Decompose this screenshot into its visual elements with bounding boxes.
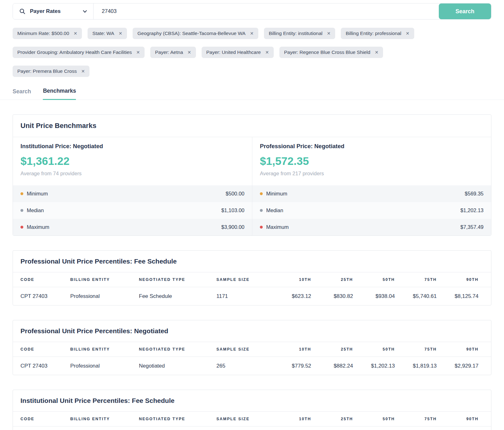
search-button[interactable]: Search: [439, 3, 491, 19]
header-cell: SAMPLE SIZE: [216, 347, 269, 352]
header-cell: 25TH: [311, 347, 353, 352]
header-cell: 10TH: [269, 347, 311, 352]
header-cell: 50TH: [353, 347, 395, 352]
filter-chip-label: Payer: Aetna: [155, 49, 183, 55]
header-cell: 90TH: [437, 417, 478, 421]
filter-chip-minimum-rate[interactable]: Minimum Rate: $500.00 ✕: [13, 28, 82, 39]
benchmarks-card-title: Unit Price Benchmarks: [13, 115, 491, 137]
unit-price-benchmarks-card: Unit Price Benchmarks Institutional Pric…: [13, 114, 491, 236]
stat-row-maximum: Maximum $3,900.00: [13, 219, 252, 235]
chevron-down-icon: [83, 10, 87, 13]
institutional-panel: Institutional Price: Negotiated $1,361.2…: [13, 137, 252, 235]
filter-chip-payer-regence[interactable]: Payer: Regence Blue Cross Blue Shield ✕: [279, 47, 383, 58]
chip-close-icon[interactable]: ✕: [119, 31, 123, 36]
page: Payer Rates Search Minimum Rate: $500.00…: [0, 0, 504, 430]
header-cell: CODE: [20, 347, 70, 352]
provider-count-caption: Average from 74 providers: [20, 171, 244, 177]
filter-chip-label: Geography (CBSA): Seattle-Tacoma-Bellevu…: [137, 31, 245, 36]
cell-billing-entity: Professional: [70, 293, 139, 299]
minimum-dot-icon: [260, 192, 263, 195]
filter-chip-provider-grouping[interactable]: Provider Grouping: Ambulatory Health Car…: [13, 47, 145, 58]
header-cell: CODE: [20, 417, 70, 421]
maximum-dot-icon: [260, 226, 263, 229]
filter-chip-payer-united[interactable]: Payer: United Healthcare ✕: [202, 47, 274, 58]
filter-chips: Minimum Rate: $500.00 ✕ State: WA ✕ Geog…: [13, 28, 491, 77]
cell-code: CPT 27403: [20, 293, 70, 299]
header-cell: SAMPLE SIZE: [216, 277, 269, 282]
header-cell: BILLING ENTITY: [70, 417, 139, 421]
cell-code: CPT 27403: [20, 363, 70, 369]
chip-close-icon[interactable]: ✕: [74, 31, 77, 36]
filter-chip-billing-professional[interactable]: Billing Entity: professional ✕: [341, 28, 414, 39]
filter-chip-label: Payer: Regence Blue Cross Blue Shield: [284, 49, 370, 55]
filter-chip-payer-aetna[interactable]: Payer: Aetna ✕: [150, 47, 196, 58]
stat-label: Median: [266, 207, 283, 213]
header-cell: 75TH: [395, 347, 437, 352]
cell-p50: $938.04: [353, 293, 395, 299]
filter-chip-billing-institutional[interactable]: Billing Entity: institutional ✕: [264, 28, 335, 39]
filter-chip-payer-premera[interactable]: Payer: Premera Blue Cross ✕: [13, 66, 89, 77]
search-input[interactable]: [94, 3, 439, 19]
header-cell: 25TH: [311, 417, 353, 421]
cell-p25: $882.24: [311, 363, 353, 369]
cell-p75: $1,819.13: [395, 363, 437, 369]
stat-value: $500.00: [226, 191, 244, 197]
chip-close-icon[interactable]: ✕: [327, 31, 331, 36]
filter-chip-state[interactable]: State: WA ✕: [88, 28, 127, 39]
chip-close-icon[interactable]: ✕: [136, 50, 140, 55]
tab-search[interactable]: Search: [13, 88, 31, 100]
stat-label: Minimum: [27, 191, 48, 197]
tab-benchmarks[interactable]: Benchmarks: [43, 88, 76, 100]
cell-p50: $1,202.13: [353, 363, 395, 369]
minimum-dot-icon: [20, 192, 23, 195]
cell-sample-size: 265: [216, 363, 269, 369]
cell-p90: $2,929.17: [437, 363, 478, 369]
median-dot-icon: [20, 209, 23, 212]
search-category-dropdown[interactable]: Payer Rates: [13, 3, 94, 19]
header-cell: CODE: [20, 277, 70, 282]
filter-chip-label: Payer: Premera Blue Cross: [17, 68, 77, 74]
header-cell: BILLING ENTITY: [70, 277, 139, 282]
header-cell: 90TH: [437, 277, 478, 282]
header-cell: 50TH: [353, 417, 395, 421]
table-row: CPT 27403 Professional Negotiated 265 $7…: [13, 357, 491, 375]
chip-close-icon[interactable]: ✕: [250, 31, 254, 36]
header-cell: 90TH: [437, 347, 478, 352]
filter-chip-label: Billing Entity: institutional: [269, 31, 323, 36]
table-header-row: CODE BILLING ENTITY NEGOTIATED TYPE SAMP…: [13, 412, 491, 427]
table-row: CPT 27403 Professional Fee Schedule 1171…: [13, 287, 491, 305]
chip-close-icon[interactable]: ✕: [375, 50, 379, 55]
header-cell: SAMPLE SIZE: [216, 417, 269, 421]
chip-close-icon[interactable]: ✕: [187, 50, 191, 55]
filter-chip-label: Provider Grouping: Ambulatory Health Car…: [17, 49, 132, 55]
chip-close-icon[interactable]: ✕: [81, 69, 85, 73]
chip-close-icon[interactable]: ✕: [406, 31, 410, 36]
cell-billing-entity: Professional: [70, 363, 139, 369]
table-header-row: CODE BILLING ENTITY NEGOTIATED TYPE SAMP…: [13, 272, 491, 287]
median-dot-icon: [260, 209, 263, 212]
search-category-label: Payer Rates: [30, 8, 78, 15]
header-cell: 25TH: [311, 277, 353, 282]
benchmark-panels: Institutional Price: Negotiated $1,361.2…: [13, 137, 491, 235]
search-icon: [19, 8, 26, 15]
panel-title: Professional Price: Negotiated: [260, 143, 484, 150]
cell-negotiated-type: Fee Schedule: [139, 293, 216, 299]
header-cell: NEGOTIATED TYPE: [139, 277, 216, 282]
header-cell: NEGOTIATED TYPE: [139, 417, 216, 421]
stat-row-minimum: Minimum $569.35: [252, 185, 491, 202]
header-cell: 10TH: [269, 277, 311, 282]
cell-p10: $779.52: [269, 363, 311, 369]
filter-chip-label: Minimum Rate: $500.00: [17, 31, 69, 36]
table-row: CPT 27403 Institutional Fee Schedule 387…: [13, 427, 491, 430]
maximum-dot-icon: [20, 226, 23, 229]
filter-chip-geography[interactable]: Geography (CBSA): Seattle-Tacoma-Bellevu…: [133, 28, 258, 39]
panel-title: Institutional Price: Negotiated: [20, 143, 244, 150]
table-header-row: CODE BILLING ENTITY NEGOTIATED TYPE SAMP…: [13, 342, 491, 357]
stat-value: $569.35: [465, 191, 484, 197]
header-cell: 75TH: [395, 277, 437, 282]
stat-row-median: Median $1,202.13: [252, 202, 491, 219]
provider-count-caption: Average from 217 providers: [260, 171, 484, 177]
chip-close-icon[interactable]: ✕: [265, 50, 269, 55]
search-bar: Payer Rates Search: [13, 3, 491, 20]
header-cell: NEGOTIATED TYPE: [139, 347, 216, 352]
